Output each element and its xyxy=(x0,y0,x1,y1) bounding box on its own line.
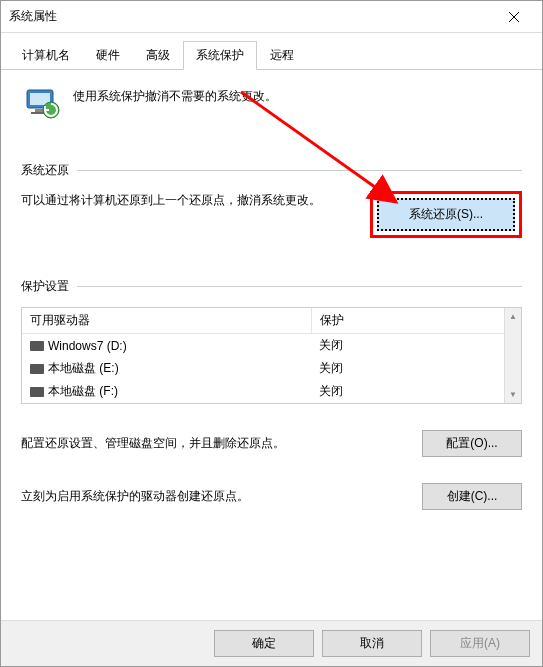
divider xyxy=(77,286,522,287)
intro-text: 使用系统保护撤消不需要的系统更改。 xyxy=(73,82,277,105)
drive-status: 关闭 xyxy=(311,380,521,403)
drive-status: 关闭 xyxy=(311,357,521,380)
create-row: 立刻为启用系统保护的驱动器创建还原点。 创建(C)... xyxy=(21,483,522,510)
drive-icon xyxy=(30,341,44,351)
scroll-up-icon[interactable]: ▲ xyxy=(505,308,521,325)
system-protection-icon xyxy=(21,82,61,122)
config-text: 配置还原设置、管理磁盘空间，并且删除还原点。 xyxy=(21,435,402,452)
column-status[interactable]: 保护 xyxy=(311,308,521,334)
drive-name: 本地磁盘 (E:) xyxy=(48,361,119,375)
scrollbar[interactable]: ▲ ▼ xyxy=(504,308,521,403)
section-protection-header: 保护设置 xyxy=(21,278,522,295)
apply-button[interactable]: 应用(A) xyxy=(430,630,530,657)
section-restore-header: 系统还原 xyxy=(21,162,522,179)
section-restore-title: 系统还原 xyxy=(21,162,77,179)
highlight-box: 系统还原(S)... xyxy=(370,191,522,238)
create-text: 立刻为启用系统保护的驱动器创建还原点。 xyxy=(21,488,402,505)
drive-icon xyxy=(30,364,44,374)
drive-table: 可用驱动器 保护 Windows7 (D:) 关闭 本地磁盘 (E:) 关闭 本… xyxy=(22,308,521,403)
drive-icon xyxy=(30,387,44,397)
window-title: 系统属性 xyxy=(9,8,494,25)
system-restore-button[interactable]: 系统还原(S)... xyxy=(377,198,515,231)
tab-computer-name[interactable]: 计算机名 xyxy=(9,41,83,70)
tab-remote[interactable]: 远程 xyxy=(257,41,307,70)
configure-button[interactable]: 配置(O)... xyxy=(422,430,522,457)
create-button[interactable]: 创建(C)... xyxy=(422,483,522,510)
table-row[interactable]: 本地磁盘 (F:) 关闭 xyxy=(22,380,521,403)
ok-button[interactable]: 确定 xyxy=(214,630,314,657)
scroll-down-icon[interactable]: ▼ xyxy=(505,386,521,403)
drive-list-box: 可用驱动器 保护 Windows7 (D:) 关闭 本地磁盘 (E:) 关闭 本… xyxy=(21,307,522,404)
tabs: 计算机名 硬件 高级 系统保护 远程 xyxy=(1,33,542,70)
footer-bar: 确定 取消 应用(A) xyxy=(1,620,542,666)
table-row[interactable]: Windows7 (D:) 关闭 xyxy=(22,334,521,358)
cancel-button[interactable]: 取消 xyxy=(322,630,422,657)
titlebar: 系统属性 xyxy=(1,1,542,33)
config-row: 配置还原设置、管理磁盘空间，并且删除还原点。 配置(O)... xyxy=(21,430,522,457)
content-area: 使用系统保护撤消不需要的系统更改。 系统还原 可以通过将计算机还原到上一个还原点… xyxy=(1,70,542,510)
tab-system-protection[interactable]: 系统保护 xyxy=(183,41,257,70)
restore-row: 可以通过将计算机还原到上一个还原点，撤消系统更改。 系统还原(S)... xyxy=(21,191,522,238)
tab-hardware[interactable]: 硬件 xyxy=(83,41,133,70)
intro-row: 使用系统保护撤消不需要的系统更改。 xyxy=(21,82,522,122)
section-protection-title: 保护设置 xyxy=(21,278,77,295)
restore-description: 可以通过将计算机还原到上一个还原点，撤消系统更改。 xyxy=(21,191,350,210)
column-drive[interactable]: 可用驱动器 xyxy=(22,308,311,334)
drive-status: 关闭 xyxy=(311,334,521,358)
table-row[interactable]: 本地磁盘 (E:) 关闭 xyxy=(22,357,521,380)
drive-name: 本地磁盘 (F:) xyxy=(48,384,118,398)
close-icon xyxy=(509,12,519,22)
tab-advanced[interactable]: 高级 xyxy=(133,41,183,70)
close-button[interactable] xyxy=(494,2,534,32)
drive-name: Windows7 (D:) xyxy=(48,339,127,353)
divider xyxy=(77,170,522,171)
